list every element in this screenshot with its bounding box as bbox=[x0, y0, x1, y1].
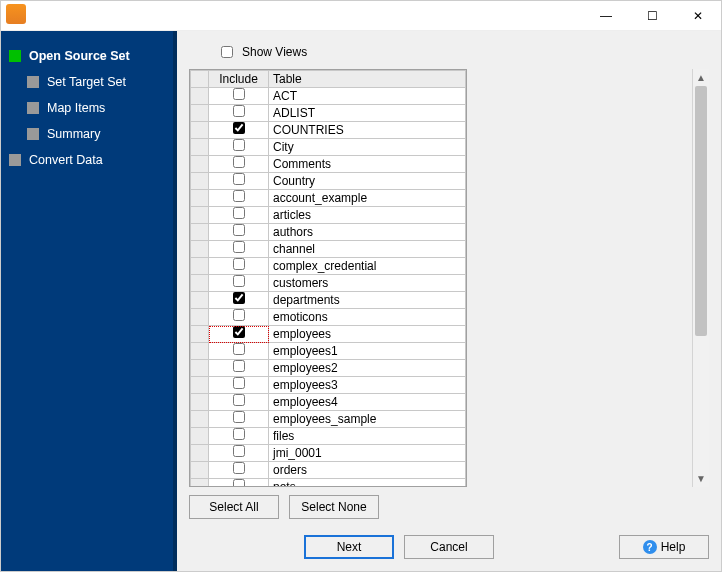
scroll-down-icon[interactable]: ▼ bbox=[693, 470, 709, 487]
row-handle[interactable] bbox=[191, 411, 209, 428]
table-name-cell[interactable]: employees bbox=[269, 326, 466, 343]
include-checkbox[interactable] bbox=[233, 173, 245, 185]
table-row[interactable]: account_example bbox=[191, 190, 466, 207]
scroll-up-icon[interactable]: ▲ bbox=[693, 69, 709, 86]
row-handle[interactable] bbox=[191, 428, 209, 445]
scroll-thumb[interactable] bbox=[695, 86, 707, 336]
table-row[interactable]: complex_credential bbox=[191, 258, 466, 275]
select-none-button[interactable]: Select None bbox=[289, 495, 379, 519]
table-row[interactable]: ACT bbox=[191, 88, 466, 105]
include-cell[interactable] bbox=[209, 326, 269, 343]
include-checkbox[interactable] bbox=[233, 122, 245, 134]
table-row[interactable]: articles bbox=[191, 207, 466, 224]
include-cell[interactable] bbox=[209, 394, 269, 411]
maximize-button[interactable]: ☐ bbox=[629, 1, 675, 31]
table-name-cell[interactable]: files bbox=[269, 428, 466, 445]
row-handle[interactable] bbox=[191, 377, 209, 394]
table-row[interactable]: pets bbox=[191, 479, 466, 487]
row-handle[interactable] bbox=[191, 343, 209, 360]
help-button[interactable]: ? Help bbox=[619, 535, 709, 559]
row-handle[interactable] bbox=[191, 360, 209, 377]
table-name-cell[interactable]: COUNTRIES bbox=[269, 122, 466, 139]
include-cell[interactable] bbox=[209, 241, 269, 258]
table-row[interactable]: COUNTRIES bbox=[191, 122, 466, 139]
col-include-header[interactable]: Include bbox=[209, 71, 269, 88]
include-checkbox[interactable] bbox=[233, 258, 245, 270]
include-cell[interactable] bbox=[209, 139, 269, 156]
table-row[interactable]: files bbox=[191, 428, 466, 445]
include-checkbox[interactable] bbox=[233, 377, 245, 389]
sidebar-item-open-source-set[interactable]: Open Source Set bbox=[1, 43, 173, 69]
table-name-cell[interactable]: pets bbox=[269, 479, 466, 487]
include-checkbox[interactable] bbox=[233, 224, 245, 236]
include-cell[interactable] bbox=[209, 88, 269, 105]
sidebar-item-map-items[interactable]: Map Items bbox=[1, 95, 173, 121]
table-row[interactable]: employees3 bbox=[191, 377, 466, 394]
include-checkbox[interactable] bbox=[233, 326, 245, 338]
table-row[interactable]: emoticons bbox=[191, 309, 466, 326]
table-name-cell[interactable]: departments bbox=[269, 292, 466, 309]
vertical-scrollbar[interactable]: ▲ ▼ bbox=[692, 69, 709, 487]
include-cell[interactable] bbox=[209, 479, 269, 487]
table-name-cell[interactable]: City bbox=[269, 139, 466, 156]
table-row[interactable]: employees4 bbox=[191, 394, 466, 411]
table-row[interactable]: channel bbox=[191, 241, 466, 258]
row-handle[interactable] bbox=[191, 309, 209, 326]
include-checkbox[interactable] bbox=[233, 156, 245, 168]
include-checkbox[interactable] bbox=[233, 139, 245, 151]
table-row[interactable]: City bbox=[191, 139, 466, 156]
table-row[interactable]: employees_sample bbox=[191, 411, 466, 428]
include-checkbox[interactable] bbox=[233, 292, 245, 304]
minimize-button[interactable]: — bbox=[583, 1, 629, 31]
include-checkbox[interactable] bbox=[233, 241, 245, 253]
row-handle[interactable] bbox=[191, 139, 209, 156]
include-cell[interactable] bbox=[209, 207, 269, 224]
include-cell[interactable] bbox=[209, 360, 269, 377]
row-handle[interactable] bbox=[191, 462, 209, 479]
include-checkbox[interactable] bbox=[233, 207, 245, 219]
include-cell[interactable] bbox=[209, 309, 269, 326]
scroll-track[interactable] bbox=[693, 86, 709, 470]
include-checkbox[interactable] bbox=[233, 462, 245, 474]
table-row[interactable]: employees2 bbox=[191, 360, 466, 377]
row-handle[interactable] bbox=[191, 190, 209, 207]
sidebar-item-set-target-set[interactable]: Set Target Set bbox=[1, 69, 173, 95]
include-checkbox[interactable] bbox=[233, 445, 245, 457]
row-handle[interactable] bbox=[191, 241, 209, 258]
include-cell[interactable] bbox=[209, 224, 269, 241]
table-row[interactable]: Comments bbox=[191, 156, 466, 173]
row-handle[interactable] bbox=[191, 292, 209, 309]
include-checkbox[interactable] bbox=[233, 275, 245, 287]
table-name-cell[interactable]: articles bbox=[269, 207, 466, 224]
row-handle[interactable] bbox=[191, 394, 209, 411]
include-cell[interactable] bbox=[209, 156, 269, 173]
table-name-cell[interactable]: orders bbox=[269, 462, 466, 479]
table-row[interactable]: ADLIST bbox=[191, 105, 466, 122]
cancel-button[interactable]: Cancel bbox=[404, 535, 494, 559]
table-row[interactable]: jmi_0001 bbox=[191, 445, 466, 462]
row-handle[interactable] bbox=[191, 207, 209, 224]
row-handle[interactable] bbox=[191, 224, 209, 241]
table-name-cell[interactable]: employees1 bbox=[269, 343, 466, 360]
include-checkbox[interactable] bbox=[233, 88, 245, 100]
include-cell[interactable] bbox=[209, 377, 269, 394]
table-name-cell[interactable]: employees3 bbox=[269, 377, 466, 394]
row-handle[interactable] bbox=[191, 122, 209, 139]
table-name-cell[interactable]: ACT bbox=[269, 88, 466, 105]
row-handle[interactable] bbox=[191, 258, 209, 275]
table-row[interactable]: departments bbox=[191, 292, 466, 309]
include-cell[interactable] bbox=[209, 105, 269, 122]
include-checkbox[interactable] bbox=[233, 309, 245, 321]
next-button[interactable]: Next bbox=[304, 535, 394, 559]
table-row[interactable]: employees1 bbox=[191, 343, 466, 360]
table-row[interactable]: employees bbox=[191, 326, 466, 343]
include-cell[interactable] bbox=[209, 292, 269, 309]
include-checkbox[interactable] bbox=[233, 394, 245, 406]
table-name-cell[interactable]: account_example bbox=[269, 190, 466, 207]
col-table-header[interactable]: Table bbox=[269, 71, 466, 88]
include-cell[interactable] bbox=[209, 462, 269, 479]
include-checkbox[interactable] bbox=[233, 411, 245, 423]
table-row[interactable]: orders bbox=[191, 462, 466, 479]
row-handle[interactable] bbox=[191, 326, 209, 343]
row-handle[interactable] bbox=[191, 88, 209, 105]
